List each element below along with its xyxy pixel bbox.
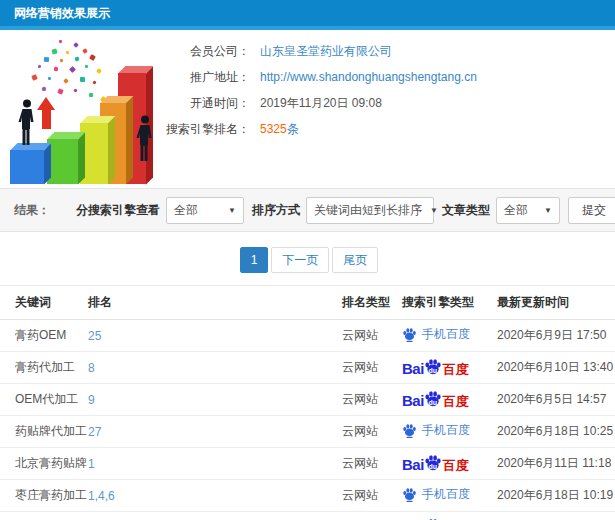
open-time-value: 2019年11月20日 09:08	[260, 95, 382, 112]
pagination: 1 下一页 尾页	[0, 247, 615, 273]
rank-link[interactable]: 9	[88, 393, 95, 407]
page-title: 网络营销效果展示	[14, 6, 110, 20]
rank-link[interactable]: 1,4,6	[88, 489, 115, 503]
engine-view-label: 分搜索引擎查看	[76, 202, 160, 219]
engine-type-cell: Bai du 百度	[402, 448, 497, 480]
mobile-baidu-engine: 手机百度	[402, 486, 470, 503]
open-time-row: 开通时间： 2019年11月20日 09:08	[160, 90, 615, 116]
keyword-cell: OEM代加工	[0, 384, 88, 416]
engine-rank-count: 5325条	[260, 121, 299, 138]
member-company-link[interactable]: 山东皇圣堂药业有限公司	[260, 43, 392, 60]
article-type-label: 文章类型	[442, 202, 490, 219]
baidu-paw-icon: du	[424, 390, 442, 408]
keyword-cell: 膏药代加工	[0, 352, 88, 384]
keyword-cell: 药贴牌代加工	[0, 416, 88, 448]
mobile-baidu-label: 手机百度	[422, 486, 470, 503]
page-header: 网络营销效果展示	[0, 0, 615, 26]
baidu-paw-icon: du	[424, 454, 442, 472]
result-label: 结果：	[14, 202, 50, 219]
update-time-cell: 2020年6月9日 17:50	[497, 320, 615, 352]
table-row: 药贴牌代加工 27 云网站 手机百度	[0, 416, 615, 448]
baidu-engine-logo: Bai du 百度	[402, 454, 469, 472]
baidu-paw-icon	[402, 487, 422, 502]
keyword-cell: 枣庄膏药加工	[0, 480, 88, 512]
rank-type-cell: 云网站	[342, 416, 402, 448]
update-time-cell: 2020年6月18日 10:25	[497, 416, 615, 448]
mobile-baidu-label: 手机百度	[422, 326, 470, 343]
keyword-ranking-table: 关键词 排名 排名类型 搜索引擎类型 最新更新时间 膏药OEM 25 云网站	[0, 285, 615, 520]
engine-rank-unit: 条	[287, 122, 299, 136]
rank-link[interactable]: 8	[88, 361, 95, 375]
article-type-select[interactable]: 全部 ▼	[496, 197, 560, 224]
sort-label: 排序方式	[252, 202, 300, 219]
chevron-down-icon: ▼	[544, 206, 552, 215]
page-1-button[interactable]: 1	[240, 247, 269, 273]
rank-type-cell: 云网站	[342, 352, 402, 384]
rank-link[interactable]: 1	[88, 457, 95, 471]
update-time-cell: 2020年6月10日 13:40	[497, 352, 615, 384]
marketing-effect-page: 网络营销效果展示 会员公司： 山东皇	[0, 0, 615, 520]
col-update-time: 最新更新时间	[497, 286, 615, 320]
engine-type-cell: Bai du 百度	[402, 512, 497, 520]
chevron-down-icon: ▼	[228, 206, 236, 215]
table-row: OEM代加工 9 云网站	[0, 384, 615, 416]
sort-select[interactable]: 关键词由短到长排序 ▼	[306, 197, 434, 224]
filter-controls: 分搜索引擎查看 全部 ▼ 排序方式 关键词由短到长排序 ▼ 文章类型 全部 ▼ …	[68, 197, 615, 224]
mobile-baidu-label: 手机百度	[422, 422, 470, 439]
engine-view-select[interactable]: 全部 ▼	[166, 197, 244, 224]
rank-type-cell: 云网站	[342, 384, 402, 416]
update-time-cell: 2020年6月18日 10:19	[497, 480, 615, 512]
mobile-baidu-engine: 手机百度	[402, 422, 470, 439]
rank-type-cell: 云网站	[342, 320, 402, 352]
table-header-row: 关键词 排名 排名类型 搜索引擎类型 最新更新时间	[0, 286, 615, 320]
rank-type-cell: 云网站	[342, 512, 402, 520]
engine-type-cell: 手机百度	[402, 480, 497, 512]
member-info-panel: 会员公司： 山东皇圣堂药业有限公司 推广地址： http://www.shand…	[160, 30, 615, 142]
baidu-engine-logo: Bai du 百度	[402, 390, 469, 408]
keyword-cell: 北京膏药贴牌	[0, 448, 88, 480]
rank-type-cell: 云网站	[342, 448, 402, 480]
promo-url-link[interactable]: http://www.shandonghuangshengtang.cn	[260, 70, 477, 84]
keyword-cell: 膏药OEM	[0, 320, 88, 352]
engine-type-cell: 手机百度	[402, 416, 497, 448]
chevron-down-icon: ▼	[430, 206, 438, 215]
table-row: 医疗器械厂家 4 云网站	[0, 512, 615, 520]
baidu-paw-icon	[402, 423, 422, 438]
table-row: 膏药OEM 25 云网站 手机百度	[0, 320, 615, 352]
businessman-figure	[17, 99, 37, 151]
update-time-cell: 2020年5月29日 10:32	[497, 512, 615, 520]
col-keyword: 关键词	[0, 286, 88, 320]
col-rank: 排名	[88, 286, 342, 320]
update-time-cell: 2020年6月5日 14:57	[497, 384, 615, 416]
engine-rank-number: 5325	[260, 122, 287, 136]
table-row: 枣庄膏药加工 1,4,6 云网站 手机百度	[0, 480, 615, 512]
engine-type-cell: Bai du 百度	[402, 352, 497, 384]
bar-blue	[10, 150, 44, 184]
engine-rank-row: 搜索引擎排名： 5325条	[160, 116, 615, 142]
member-company-row: 会员公司： 山东皇圣堂药业有限公司	[160, 38, 615, 64]
mobile-baidu-engine: 手机百度	[402, 326, 470, 343]
table-row: 膏药代加工 8 云网站	[0, 352, 615, 384]
keyword-cell: 医疗器械厂家	[0, 512, 88, 520]
submit-button[interactable]: 提交	[568, 197, 615, 224]
next-page-button[interactable]: 下一页	[271, 247, 329, 273]
col-rank-type: 排名类型	[342, 286, 402, 320]
businessman-figure	[135, 115, 155, 167]
top-section: 会员公司： 山东皇圣堂药业有限公司 推广地址： http://www.shand…	[0, 30, 615, 188]
bar-green	[47, 139, 78, 184]
bar-chart-illustration	[4, 36, 186, 186]
rank-type-cell: 云网站	[342, 480, 402, 512]
engine-type-cell: Bai du 百度	[402, 384, 497, 416]
promo-url-row: 推广地址： http://www.shandonghuangshengtang.…	[160, 64, 615, 90]
update-time-cell: 2020年6月11日 11:18	[497, 448, 615, 480]
rank-link[interactable]: 27	[88, 425, 101, 439]
growth-arrow-icon	[37, 97, 55, 129]
last-page-button[interactable]: 尾页	[332, 247, 378, 273]
col-engine-type: 搜索引擎类型	[402, 286, 497, 320]
rank-link[interactable]: 25	[88, 329, 101, 343]
engine-type-cell: 手机百度	[402, 320, 497, 352]
table-row: 北京膏药贴牌 1 云网站	[0, 448, 615, 480]
baidu-paw-icon	[402, 327, 422, 342]
filter-bar: 结果： 分搜索引擎查看 全部 ▼ 排序方式 关键词由短到长排序 ▼ 文章类型 全…	[0, 188, 615, 232]
baidu-paw-icon: du	[424, 358, 442, 376]
